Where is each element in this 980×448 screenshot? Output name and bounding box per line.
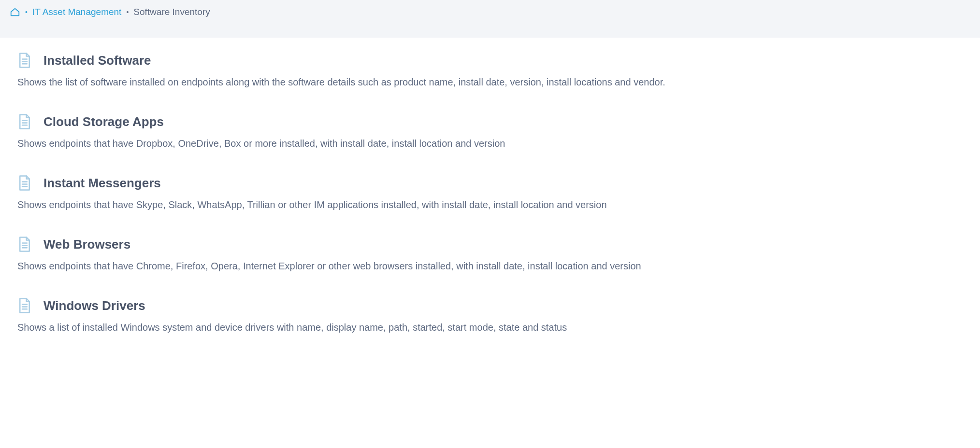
report-header: Installed Software [17, 52, 963, 69]
breadcrumb-separator: • [25, 9, 28, 15]
report-description: Shows endpoints that have Chrome, Firefo… [17, 259, 963, 273]
report-description: Shows the list of software installed on … [17, 75, 963, 89]
report-title[interactable]: Cloud Storage Apps [43, 114, 164, 129]
report-title[interactable]: Windows Drivers [43, 298, 145, 313]
document-icon [17, 236, 32, 252]
report-item-installed-software: Installed Software Shows the list of sof… [17, 52, 963, 89]
document-icon [17, 175, 32, 191]
report-item-web-browsers: Web Browsers Shows endpoints that have C… [17, 236, 963, 273]
report-header: Web Browsers [17, 236, 963, 252]
document-icon [17, 113, 32, 130]
report-item-windows-drivers: Windows Drivers Shows a list of installe… [17, 297, 963, 335]
breadcrumb: • IT Asset Management • Software Invento… [0, 0, 980, 38]
report-title[interactable]: Instant Messengers [43, 176, 161, 191]
report-title[interactable]: Web Browsers [43, 237, 130, 252]
report-description: Shows endpoints that have Skype, Slack, … [17, 198, 963, 212]
breadcrumb-current: Software Inventory [133, 7, 210, 17]
report-item-instant-messengers: Instant Messengers Shows endpoints that … [17, 175, 963, 212]
report-header: Instant Messengers [17, 175, 963, 191]
home-icon[interactable] [10, 7, 20, 17]
report-header: Cloud Storage Apps [17, 113, 963, 130]
report-description: Shows a list of installed Windows system… [17, 321, 963, 335]
document-icon [17, 297, 32, 314]
report-title[interactable]: Installed Software [43, 53, 151, 68]
breadcrumb-parent-link[interactable]: IT Asset Management [32, 7, 121, 17]
report-item-cloud-storage-apps: Cloud Storage Apps Shows endpoints that … [17, 113, 963, 151]
report-list: Installed Software Shows the list of sof… [0, 38, 980, 378]
report-header: Windows Drivers [17, 297, 963, 314]
breadcrumb-separator: • [126, 9, 129, 15]
report-description: Shows endpoints that have Dropbox, OneDr… [17, 137, 963, 151]
document-icon [17, 52, 32, 69]
